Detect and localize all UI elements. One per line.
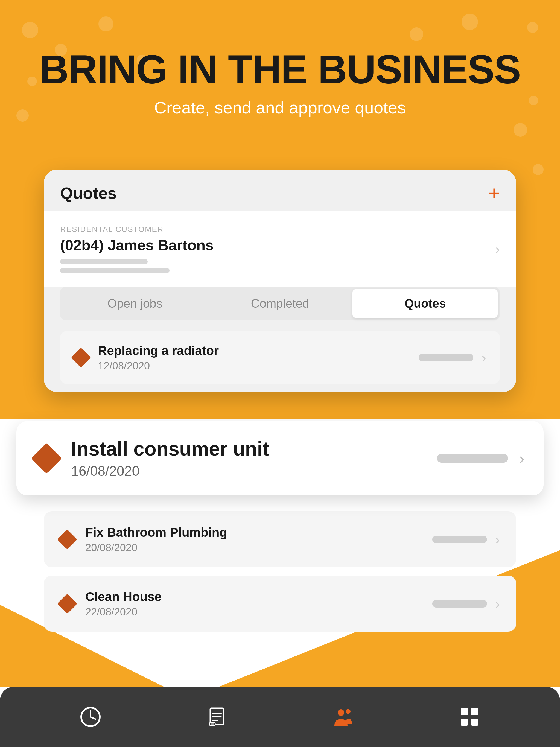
- job-card-house[interactable]: Clean House 22/08/2020 ›: [44, 575, 516, 632]
- status-pill-expanded: [437, 454, 508, 463]
- expanded-title: Install consumer unit: [71, 437, 269, 460]
- svg-rect-15: [461, 719, 468, 726]
- customer-label: RESIDENTAL CUSTOMER: [60, 225, 213, 234]
- diamond-icon-house: [57, 594, 77, 614]
- bottom-jobs-list: Fix Bathroom Plumbing 20/08/2020 › Clean…: [44, 511, 516, 640]
- job-card-bathroom-right: ›: [432, 532, 500, 547]
- expanded-chevron: ›: [519, 449, 525, 468]
- card-header: Quotes +: [44, 170, 516, 211]
- job-info: Replacing a radiator 12/08/2020: [98, 343, 219, 372]
- job-date-house: 22/08/2020: [85, 606, 161, 618]
- job-item-left: Replacing a radiator 12/08/2020: [74, 343, 219, 372]
- customer-lines: [60, 259, 213, 273]
- expanded-card[interactable]: Install consumer unit 16/08/2020 ›: [17, 421, 543, 495]
- line-1: [60, 259, 148, 264]
- diamond-icon-large: [31, 443, 62, 473]
- people-icon: [332, 706, 354, 728]
- tab-quotes[interactable]: Quotes: [353, 289, 498, 318]
- svg-rect-16: [471, 719, 478, 726]
- add-button[interactable]: +: [488, 183, 500, 203]
- job-card-bathroom[interactable]: Fix Bathroom Plumbing 20/08/2020 ›: [44, 511, 516, 567]
- bottom-nav: [0, 687, 560, 747]
- tab-open-jobs[interactable]: Open jobs: [62, 289, 207, 318]
- diamond-icon-bathroom: [57, 530, 77, 549]
- chevron-house: ›: [495, 596, 500, 612]
- job-item-radiator[interactable]: Replacing a radiator 12/08/2020 ›: [60, 331, 500, 384]
- job-card-bathroom-left: Fix Bathroom Plumbing 20/08/2020: [60, 525, 227, 554]
- status-pill-house: [432, 600, 487, 608]
- job-item-right: ›: [418, 350, 486, 366]
- tab-bar: Open jobs Completed Quotes: [60, 287, 500, 320]
- expanded-info: Install consumer unit 16/08/2020: [71, 437, 269, 479]
- status-pill-bathroom: [432, 536, 487, 543]
- app-card: Quotes + RESIDENTAL CUSTOMER (02b4) Jame…: [44, 170, 516, 392]
- expanded-card-right: ›: [437, 449, 525, 468]
- customer-info: RESIDENTAL CUSTOMER (02b4) James Bartons: [60, 225, 213, 273]
- invoice-icon: [206, 706, 228, 728]
- status-pill-radiator: [418, 354, 473, 361]
- job-card-house-left: Clean House 22/08/2020: [60, 589, 161, 618]
- job-title-bathroom: Fix Bathroom Plumbing: [85, 525, 227, 540]
- clock-icon: [80, 706, 101, 728]
- header-section: BRING IN THE BUSINESS Create, send and a…: [0, 0, 560, 117]
- svg-rect-13: [461, 708, 468, 715]
- job-info-house: Clean House 22/08/2020: [85, 589, 161, 618]
- expanded-card-left: Install consumer unit 16/08/2020: [35, 437, 269, 479]
- nav-item-people[interactable]: [330, 703, 357, 730]
- customer-name: (02b4) James Bartons: [60, 236, 213, 254]
- card-title: Quotes: [60, 184, 117, 203]
- customer-chevron: ›: [495, 241, 500, 257]
- svg-point-11: [338, 709, 344, 716]
- expanded-date: 16/08/2020: [71, 463, 269, 479]
- job-chevron-radiator: ›: [482, 350, 486, 366]
- svg-point-12: [346, 709, 351, 714]
- job-card-house-right: ›: [432, 596, 500, 612]
- svg-rect-14: [471, 708, 478, 715]
- nav-item-grid[interactable]: [456, 703, 483, 730]
- job-title-radiator: Replacing a radiator: [98, 343, 219, 358]
- job-title-house: Clean House: [85, 589, 161, 604]
- job-date-bathroom: 20/08/2020: [85, 542, 227, 554]
- sub-title: Create, send and approve quotes: [0, 98, 560, 117]
- nav-item-invoice[interactable]: [203, 703, 230, 730]
- job-date-radiator: 12/08/2020: [98, 360, 219, 372]
- diamond-icon-small: [71, 347, 91, 368]
- main-title: BRING IN THE BUSINESS: [0, 49, 560, 90]
- nav-item-clock[interactable]: [77, 703, 104, 730]
- grid-icon: [459, 706, 480, 728]
- svg-line-4: [91, 717, 96, 719]
- customer-section[interactable]: RESIDENTAL CUSTOMER (02b4) James Bartons…: [44, 211, 516, 287]
- job-info-bathroom: Fix Bathroom Plumbing 20/08/2020: [85, 525, 227, 554]
- tab-completed[interactable]: Completed: [207, 289, 353, 318]
- line-2: [60, 268, 170, 273]
- chevron-bathroom: ›: [495, 532, 500, 547]
